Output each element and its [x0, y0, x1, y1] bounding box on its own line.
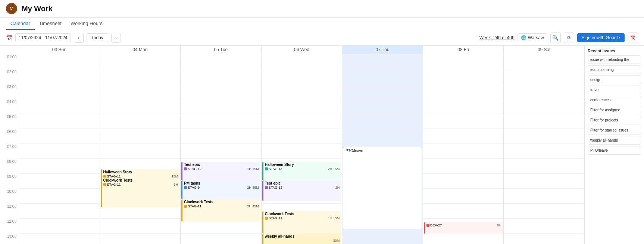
event-title: Halloween Story — [265, 163, 340, 167]
time-label: 03:00 — [0, 84, 19, 99]
event-duration: 3H — [174, 183, 178, 186]
date-range-display[interactable]: 11/07/2024 - 11/07/2024 — [15, 33, 71, 42]
hour-cell — [423, 189, 504, 204]
next-btn[interactable]: › — [111, 33, 121, 43]
hour-cell — [504, 204, 584, 219]
hour-cell — [262, 69, 342, 84]
calendar-container: 03 Sun 04 Mon 05 Tue 06 Wed 07 Thu 08 Fr… — [0, 46, 584, 244]
hour-cell — [100, 54, 181, 69]
time-label: 09:00 — [0, 174, 19, 189]
recent-issue-item[interactable]: Filter for Assignee — [588, 106, 641, 114]
calendar-event[interactable]: DEV-27 8H — [424, 222, 503, 234]
hour-cell — [100, 144, 181, 159]
time-label: 05:00 — [0, 114, 19, 129]
tabs-bar: Calendar Timesheet Working Hours — [0, 18, 644, 30]
recent-issue-item[interactable]: PTO/leave — [588, 146, 641, 155]
hour-cell — [504, 174, 584, 189]
hour-cell — [504, 54, 584, 69]
hour-cell — [181, 234, 261, 244]
days-grid: Halloween Story STAG-11 15M Clockwork Te… — [19, 54, 584, 244]
hour-cell — [100, 129, 181, 144]
pto-event[interactable]: PTO/leave — [343, 147, 422, 229]
day-col-tue: Test epic STAG-12 1H 15M PM tasks STAG-9… — [180, 54, 261, 244]
calendar-sync-btn[interactable]: 📆 — [628, 33, 638, 43]
hour-cell — [262, 144, 342, 159]
event-title: PM tasks — [184, 181, 259, 185]
hour-cell — [504, 129, 584, 144]
toolbar: 📅 11/07/2024 - 11/07/2024 ‹ Today › Week… — [0, 30, 644, 46]
recent-issue-item[interactable]: travel — [588, 86, 641, 94]
calendar-event[interactable]: Test epic STAG-12 2H — [262, 180, 341, 201]
hour-cell — [423, 234, 504, 244]
recent-issue-item[interactable]: team planning — [588, 65, 641, 74]
tab-working-hours[interactable]: Working Hours — [66, 18, 107, 30]
event-title: Test epic — [184, 163, 259, 167]
hour-cell — [19, 129, 100, 144]
time-label: 08:00 — [0, 159, 19, 174]
calendar-event[interactable]: Test epic STAG-12 1H 15M — [181, 162, 260, 180]
tab-calendar[interactable]: Calendar — [6, 18, 35, 30]
timezone-btn[interactable]: 🌐 Warsaw — [518, 33, 547, 42]
day-col-sat — [503, 54, 584, 244]
hour-cell — [181, 129, 261, 144]
event-duration: 1H 15M — [247, 167, 259, 171]
hour-cell — [19, 234, 100, 244]
hour-cell — [262, 54, 342, 69]
hour-cell — [423, 144, 504, 159]
hour-cell — [504, 219, 584, 234]
calendar-event[interactable]: weekly all-hands 30M — [262, 234, 341, 244]
main-area: 03 Sun 04 Mon 05 Tue 06 Wed 07 Thu 08 Fr… — [0, 46, 644, 244]
week-info[interactable]: Week: 24h of 40h — [479, 35, 515, 40]
recent-issue-item[interactable]: Filter for starred issues — [588, 126, 641, 135]
google-btn[interactable]: G — [564, 33, 574, 43]
tab-timesheet[interactable]: Timesheet — [35, 18, 66, 30]
calendar-event[interactable]: PM tasks STAG-9 2H 45M — [181, 180, 260, 199]
hour-cell — [423, 99, 504, 114]
recent-issue-item[interactable]: design — [588, 75, 641, 84]
hour-cell — [504, 159, 584, 174]
hour-cell — [19, 114, 100, 129]
recent-issue-item[interactable]: conferences — [588, 96, 641, 104]
search-btn[interactable]: 🔍 — [550, 33, 561, 43]
calendar-event[interactable]: Clockwork Tests STAG-11 3H — [101, 177, 180, 207]
event-duration: 2H 45M — [247, 204, 259, 208]
calendar-event[interactable]: Halloween Story STAG-13 2H 15M — [262, 162, 341, 180]
today-btn[interactable]: Today — [87, 33, 108, 42]
sign-in-google-btn[interactable]: Sign in with Google — [577, 33, 625, 42]
hour-cell — [181, 114, 261, 129]
event-tag: STAG-11 — [184, 204, 201, 208]
hour-cell — [181, 54, 261, 69]
hour-cell — [262, 84, 342, 99]
day-header-tue: 05 Tue — [180, 46, 261, 54]
calendar-body: 01:0002:0003:0004:0005:0006:0007:0008:00… — [0, 54, 584, 244]
hour-cell — [19, 174, 100, 189]
event-duration: 30M — [333, 239, 340, 243]
calendar-event[interactable]: Clockwork Tests STAG-11 1H 15M — [262, 211, 341, 234]
time-labels-col: 01:0002:0003:0004:0005:0006:0007:0008:00… — [0, 54, 19, 244]
globe-icon: 🌐 — [521, 35, 526, 40]
tag-label: STAG-13 — [269, 167, 282, 171]
event-meta: STAG-13 2H 15M — [265, 167, 340, 171]
hour-cell — [423, 84, 504, 99]
hour-cell — [504, 234, 584, 244]
hour-cell — [19, 69, 100, 84]
hour-cell — [181, 144, 261, 159]
day-header-wed: 06 Wed — [261, 46, 342, 54]
day-header-fri: 08 Fri — [423, 46, 504, 54]
prev-btn[interactable]: ‹ — [74, 33, 84, 43]
event-title: Clockwork Tests — [184, 200, 259, 204]
time-label: 12:00 — [0, 219, 19, 234]
hour-cell — [504, 189, 584, 204]
hour-cell — [19, 219, 100, 234]
calendar-event[interactable]: Clockwork Tests STAG-11 2H 45M — [181, 199, 260, 222]
time-label: 11:00 — [0, 204, 19, 219]
day-headers-row: 03 Sun 04 Mon 05 Tue 06 Wed 07 Thu 08 Fr… — [0, 46, 584, 54]
hour-cell — [423, 129, 504, 144]
recent-issue-item[interactable]: weekly all-hands — [588, 136, 641, 145]
recent-issue-item[interactable]: Filter for projects — [588, 116, 641, 124]
event-tag: STAG-13 — [265, 167, 282, 171]
recent-issue-item[interactable]: issue with reloading the — [588, 55, 641, 64]
day-col-mon: Halloween Story STAG-11 15M Clockwork Te… — [100, 54, 181, 244]
hour-cell — [19, 54, 100, 69]
time-label: 02:00 — [0, 69, 19, 84]
